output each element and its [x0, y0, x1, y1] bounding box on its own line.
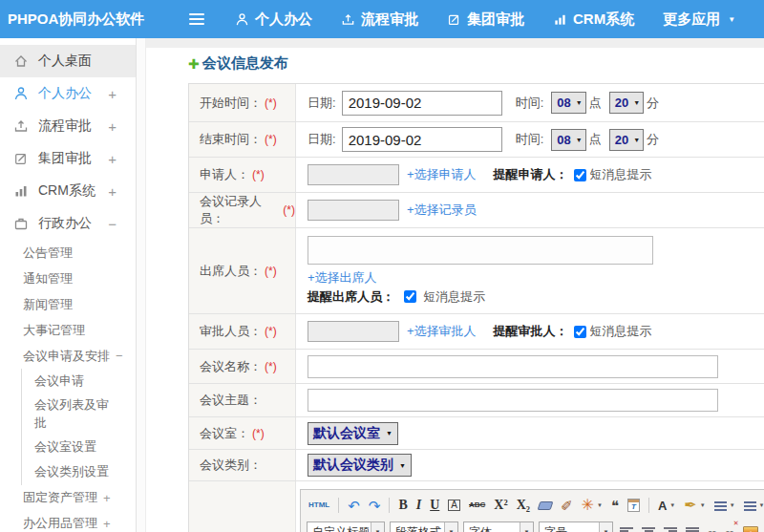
sidebar-item-meeting-room-setup[interactable]: 会议室设置 — [34, 436, 136, 460]
form-row-meeting-name: 会议名称：(*) — [189, 350, 764, 384]
sidebar-item-crm[interactable]: CRM系统 + — [0, 175, 136, 207]
choose-recorder-link[interactable]: +选择记录员 — [407, 202, 477, 219]
choose-applicant-link[interactable]: +选择申请人 — [407, 166, 477, 183]
expand-plus-icon[interactable]: + — [108, 118, 117, 135]
sms-remind-checkbox[interactable] — [574, 326, 586, 338]
nav-personal-office[interactable]: 个人办公 — [235, 11, 312, 29]
sidebar-item-meeting-category-setup[interactable]: 会议类别设置 — [34, 460, 136, 485]
collapse-minus-icon[interactable]: − — [108, 216, 117, 232]
start-minute-select[interactable]: 20▼ — [609, 92, 644, 114]
paragraph-format-select[interactable]: 段落格式▼ — [390, 521, 458, 532]
superscript-icon[interactable]: X² — [492, 496, 509, 515]
start-date-input[interactable] — [342, 91, 502, 116]
nav-workflow-approval[interactable]: 流程审批 — [341, 11, 418, 29]
meeting-name-input[interactable] — [308, 355, 718, 378]
redo-icon[interactable]: ↷ — [367, 496, 383, 515]
recorder-input[interactable] — [308, 200, 399, 221]
collapse-minus-icon[interactable]: − — [116, 349, 123, 363]
end-date-input[interactable] — [342, 127, 502, 152]
format-a-icon[interactable]: A — [446, 496, 462, 515]
expand-plus-icon[interactable]: + — [103, 517, 111, 531]
eraser-icon[interactable] — [537, 496, 554, 515]
link-icon[interactable]: ∞ — [706, 522, 718, 532]
bold-icon[interactable]: B — [396, 496, 409, 515]
nav-label: 更多应用 — [663, 11, 720, 29]
home-icon — [13, 53, 30, 69]
required-mark: (*) — [265, 96, 277, 110]
choose-attendees-link[interactable]: +选择出席人 — [308, 270, 377, 285]
sidebar-item-workflow-approval[interactable]: 流程审批 + — [0, 110, 136, 142]
sidebar-item-meeting-apply[interactable]: 会议申请 — [34, 369, 136, 394]
format-brush-icon[interactable]: ✐ — [559, 496, 575, 515]
blockquote-icon[interactable]: ❝ — [609, 496, 621, 515]
nav-label: CRM系统 — [573, 11, 634, 29]
unlink-icon[interactable]: ∞ — [723, 522, 735, 532]
sidebar-item-personal-office[interactable]: 个人办公 + — [0, 77, 136, 110]
chevron-down-icon: ▼ — [728, 15, 735, 24]
remind-label: 提醒申请人： — [494, 166, 568, 183]
align-left-icon[interactable] — [618, 522, 635, 532]
approver-input[interactable] — [308, 321, 399, 342]
meeting-subject-input[interactable] — [308, 389, 718, 412]
editor-toolbar: HTML↶↷BIUAABCX²X₂✐✳▼❝A▼✒▼▼▼ 自定义标题▼段落格式▼字… — [300, 489, 764, 532]
paste-text-icon[interactable] — [626, 496, 642, 515]
sidebar-item-announcement-mgmt[interactable]: 公告管理 — [0, 240, 136, 266]
nav-more-apps[interactable]: 更多应用 ▼ — [663, 11, 735, 29]
undo-icon[interactable]: ↶ — [346, 496, 362, 515]
expand-plus-icon[interactable]: + — [108, 151, 117, 167]
font-color-icon[interactable]: A▼ — [656, 496, 677, 515]
menu-toggle-icon[interactable] — [189, 11, 204, 28]
highlight-icon[interactable]: ✒▼ — [682, 496, 707, 515]
required-mark: (*) — [283, 203, 295, 217]
image-icon[interactable] — [741, 522, 760, 532]
sms-remind-checkbox[interactable] — [574, 169, 586, 181]
font-size-select[interactable]: 字号▼ — [539, 521, 613, 532]
sidebar-item-label: 会议室设置 — [34, 438, 115, 457]
nav-label: 集团审批 — [467, 11, 524, 29]
unordered-list-icon[interactable]: ▼ — [742, 496, 764, 515]
top-nav: 个人办公 流程审批 集团审批 CRM系统 更多应用 ▼ — [235, 11, 735, 29]
sidebar-item-label: 固定资产管理 — [23, 489, 97, 506]
sidebar-item-label: 集团审批 — [38, 150, 92, 167]
align-right-icon[interactable] — [662, 522, 679, 532]
choose-approver-link[interactable]: +选择审批人 — [407, 323, 477, 340]
sidebar-item-news-mgmt[interactable]: 新闻管理 — [0, 291, 136, 317]
html-source-icon[interactable]: HTML — [307, 496, 331, 515]
sidebar-item-meeting-list-approval[interactable]: 会议列表及审批 — [34, 394, 136, 436]
sms-label: 短消息提示 — [590, 323, 652, 340]
subscript-icon[interactable]: X₂ — [515, 496, 532, 515]
ordered-list-icon[interactable]: ▼ — [712, 496, 737, 515]
sidebar-item-desktop[interactable]: 个人桌面 — [0, 45, 136, 77]
expand-plus-icon[interactable]: + — [108, 183, 117, 200]
end-hour-select[interactable]: 08▼ — [551, 129, 585, 151]
autoformat-icon[interactable]: ✳▼ — [580, 496, 605, 515]
field-label — [189, 481, 296, 532]
align-center-icon[interactable] — [640, 522, 657, 532]
sidebar-item-meeting-request[interactable]: 会议申请及安排− — [0, 343, 136, 369]
sidebar-item-notice-mgmt[interactable]: 通知管理 — [0, 266, 136, 291]
attendees-textarea[interactable] — [308, 236, 653, 265]
sidebar-item-fixed-assets[interactable]: 固定资产管理+ — [0, 485, 136, 511]
sidebar-item-admin-office[interactable]: 行政办公 − — [0, 207, 136, 240]
sidebar-item-memorabilia-mgmt[interactable]: 大事记管理 — [0, 317, 136, 343]
sidebar-item-label: 通知管理 — [23, 270, 73, 287]
justify-icon[interactable] — [684, 522, 701, 532]
meeting-category-select[interactable]: 默认会议类别▼ — [308, 454, 412, 477]
end-minute-select[interactable]: 20▼ — [609, 129, 644, 151]
applicant-input[interactable] — [308, 164, 399, 185]
nav-group-approval[interactable]: 集团审批 — [447, 11, 524, 29]
sidebar-item-group-approval[interactable]: 集团审批 + — [0, 142, 136, 175]
underline-icon[interactable]: U — [428, 496, 441, 515]
meeting-room-select[interactable]: 默认会议室▼ — [308, 422, 398, 445]
font-family-select[interactable]: 字体▼ — [463, 521, 534, 532]
strikethrough-icon[interactable]: ABC — [467, 496, 487, 515]
expand-plus-icon[interactable]: + — [103, 491, 111, 505]
page-title-row: ✚ 会议信息发布 — [188, 54, 764, 73]
expand-plus-icon[interactable]: + — [108, 86, 117, 102]
italic-icon[interactable]: I — [414, 496, 423, 515]
nav-crm-system[interactable]: CRM系统 — [553, 11, 634, 29]
sidebar-item-office-supplies[interactable]: 办公用品管理+ — [0, 511, 136, 532]
custom-title-select[interactable]: 自定义标题▼ — [307, 521, 385, 532]
start-hour-select[interactable]: 08▼ — [551, 92, 585, 114]
sms-remind-checkbox[interactable] — [404, 290, 416, 303]
